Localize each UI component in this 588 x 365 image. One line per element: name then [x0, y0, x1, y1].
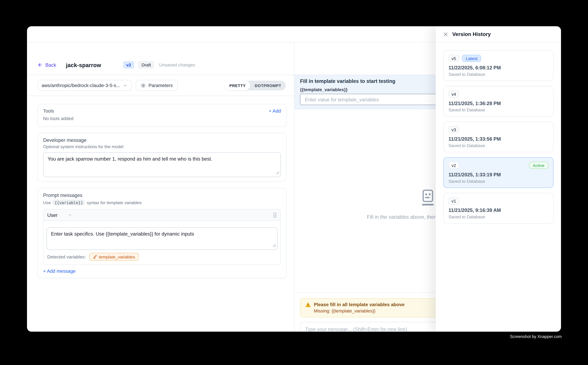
chevron-down-icon: [123, 83, 127, 88]
version-label: v2: [449, 162, 459, 169]
version-label: v1: [449, 197, 459, 204]
pencil-icon: [93, 255, 97, 259]
version-history-header: Version History: [436, 26, 561, 42]
version-list: v5 Latest 11/22/2025, 6:08:12 PM Saved t…: [436, 42, 561, 236]
message-block: User Enter task specifics. Us: [43, 209, 281, 265]
developer-message-title: Developer message: [43, 137, 281, 143]
app-window: Back jack-sparrow v2 Draft Unsaved chang…: [27, 26, 561, 332]
editor-header: Back jack-sparrow v2 Draft Unsaved chang…: [27, 42, 294, 75]
developer-message-subtitle: Optional system instructions for the mod…: [43, 144, 281, 149]
prompt-editor-column: Back jack-sparrow v2 Draft Unsaved chang…: [27, 42, 294, 332]
drag-handle-icon[interactable]: [273, 212, 277, 218]
draft-badge: Draft: [138, 61, 154, 69]
version-note: Saved to Database: [449, 179, 548, 183]
active-badge: Active: [529, 162, 548, 169]
user-message-textarea[interactable]: Enter task specifics. Use {{template_var…: [47, 227, 277, 250]
tools-empty-label: No tools added: [43, 116, 281, 122]
bot-face-icon: [420, 189, 436, 206]
toggle-dotprompt[interactable]: DOTPROMPT: [250, 80, 286, 90]
prompt-messages-subtitle: Use {{variable}} syntax for template var…: [43, 200, 281, 205]
version-card-v2[interactable]: v2 Active 11/21/2025, 1:33:19 PM Saved t…: [443, 157, 553, 188]
version-note: Saved to Database: [449, 143, 548, 148]
version-card-v5[interactable]: v5 Latest 11/22/2025, 6:08:12 PM Saved t…: [443, 50, 553, 81]
add-message-button[interactable]: + Add message: [43, 269, 281, 274]
version-label: v4: [449, 90, 459, 98]
back-arrow-icon: [38, 62, 43, 68]
prompt-messages-card: Prompt messages Use {{variable}} syntax …: [38, 188, 286, 278]
editor-body: Tools + Add No tools added Developer mes…: [27, 96, 294, 278]
variable-syntax-chip: {{variable}}: [53, 200, 85, 205]
tools-title: Tools: [43, 108, 54, 114]
developer-message-card: Developer message Optional system instru…: [38, 133, 286, 182]
version-timestamp: 11/21/2025, 9:16:39 AM: [449, 208, 548, 213]
detected-variables-label: Detected variables:: [47, 254, 86, 259]
prompt-messages-title: Prompt messages: [43, 193, 281, 198]
gear-icon: [141, 83, 146, 88]
chevron-down-icon[interactable]: [68, 213, 73, 217]
parameters-label: Parameters: [148, 83, 173, 88]
template-variable-chip[interactable]: template_variables: [89, 253, 139, 261]
version-label: v5: [449, 55, 459, 62]
unsaved-changes-label: Unsaved changes: [159, 62, 195, 68]
close-icon[interactable]: [443, 32, 448, 36]
version-card-v4[interactable]: v4 11/21/2025, 1:36:28 PM Saved to Datab…: [443, 86, 553, 117]
version-card-v3[interactable]: v3 11/21/2025, 1:33:56 PM Saved to Datab…: [443, 121, 553, 152]
detected-variables-row: Detected variables: template_variables: [47, 250, 277, 261]
resize-grip-icon[interactable]: [276, 170, 279, 175]
toggle-pretty[interactable]: PRETTY: [225, 80, 250, 90]
view-mode-toggle: PRETTY DOTPROMPT: [225, 80, 286, 90]
version-history-title: Version History: [452, 31, 491, 37]
message-role-header: User: [44, 209, 281, 221]
watermark: Screenshot by Xnapper.com: [510, 334, 562, 339]
screen: Back jack-sparrow v2 Draft Unsaved chang…: [0, 0, 588, 365]
page-title: jack-sparrow: [66, 62, 101, 68]
version-timestamp: 11/21/2025, 1:33:56 PM: [449, 136, 548, 142]
back-button[interactable]: Back: [38, 62, 56, 68]
version-badge: v2: [123, 61, 134, 69]
warning-triangle-icon: [305, 302, 311, 307]
version-label: v3: [449, 126, 459, 133]
parameters-button[interactable]: Parameters: [136, 80, 178, 91]
version-history-panel: Version History v5 Latest 11/22/2025, 6:…: [436, 26, 561, 332]
model-select[interactable]: aws/anthropic/bedrock-claude-3-5-s...: [38, 80, 132, 91]
version-note: Saved to Database: [449, 72, 548, 77]
developer-message-textarea[interactable]: You are jack sparrow number 1, respond a…: [43, 152, 281, 177]
version-timestamp: 11/21/2025, 1:36:28 PM: [449, 100, 548, 106]
add-tool-button[interactable]: + Add: [269, 108, 281, 114]
latest-badge: Latest: [462, 55, 481, 62]
role-select[interactable]: User: [47, 212, 58, 218]
resize-grip-icon[interactable]: [273, 243, 276, 248]
model-select-value: aws/anthropic/bedrock-claude-3-5-s...: [42, 83, 120, 88]
version-note: Saved to Database: [449, 108, 548, 112]
version-card-v1[interactable]: v1 11/21/2025, 9:16:39 AM Saved to Datab…: [443, 193, 553, 224]
tools-card: Tools + Add No tools added: [38, 104, 286, 127]
version-timestamp: 11/21/2025, 1:33:19 PM: [449, 172, 548, 177]
editor-toolbar: aws/anthropic/bedrock-claude-3-5-s... Pa…: [27, 75, 294, 96]
back-label: Back: [45, 62, 56, 68]
version-note: Saved to Database: [449, 215, 548, 219]
warning-title: Please fill in all template variables ab…: [314, 302, 405, 307]
message-body: Enter task specifics. Use {{template_var…: [44, 221, 281, 265]
version-timestamp: 11/22/2025, 6:08:12 PM: [449, 65, 548, 70]
